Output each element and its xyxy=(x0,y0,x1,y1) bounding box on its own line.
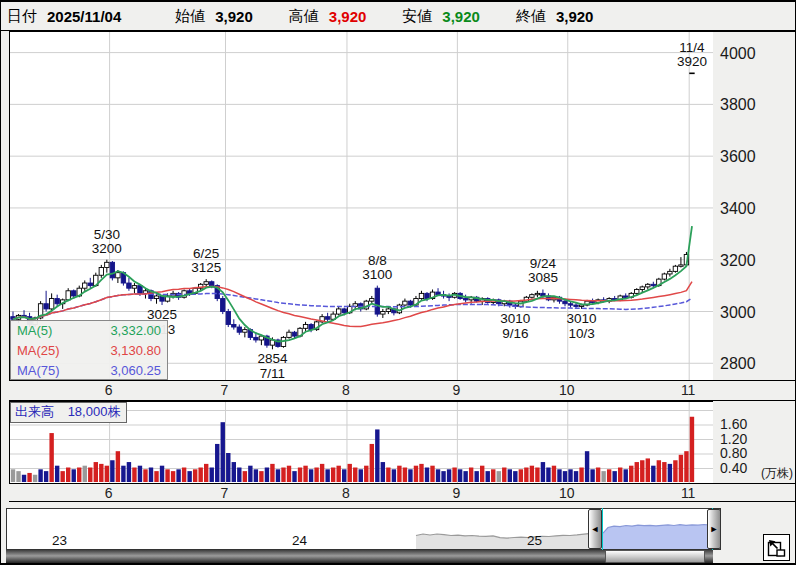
price-axis-tick: 3400 xyxy=(720,200,756,218)
ma75-legend-row: MA(75) 3,060.25 xyxy=(11,361,167,381)
scrollbar-track[interactable] xyxy=(6,550,713,563)
nav-right-handle[interactable]: ► xyxy=(707,509,721,549)
month-tick-label: 8 xyxy=(334,485,358,501)
ma5-label: MA(5) xyxy=(17,322,52,340)
price-axis-tick: 2800 xyxy=(720,355,756,373)
volume-label-box: 出来高 18,000株 xyxy=(10,402,127,423)
month-tick-label: 11 xyxy=(676,485,700,501)
chart-annotation: 3010 xyxy=(567,311,597,326)
ma-legend: MA(5) 3,332.00 MA(25) 3,130.80 MA(75) 3,… xyxy=(10,320,168,380)
volume-unit-label: (万株) xyxy=(761,465,793,482)
quote-header: 日付 2025/11/04 始値 3,920 高値 3,920 安値 3,920… xyxy=(1,2,796,31)
month-tick-label: 10 xyxy=(555,485,579,501)
close-value: 3,920 xyxy=(556,8,594,25)
scrollbar-thumb[interactable] xyxy=(605,550,705,563)
ma75-value: 3,060.25 xyxy=(110,362,161,380)
ma25-legend-row: MA(25) 3,130.80 xyxy=(11,341,167,361)
chart-annotation: 3125 xyxy=(191,260,221,275)
volume-label: 出来高 xyxy=(15,404,54,419)
timeline-navigator[interactable]: 23 24 25 xyxy=(6,508,721,550)
chart-annotation: 2854 xyxy=(257,351,288,366)
year-label-23: 23 xyxy=(52,533,67,548)
volume-value: 18,000株 xyxy=(68,404,121,419)
price-xaxis: 67891011 xyxy=(9,381,796,401)
volume-panel: 出来高 18,000株 xyxy=(9,401,714,484)
selection-start-line xyxy=(602,508,603,550)
expand-icon xyxy=(764,535,789,560)
chart-annotation: 9/24 xyxy=(530,256,557,271)
volume-xaxis: 67891011 xyxy=(9,484,796,502)
month-tick-label: 7 xyxy=(212,485,236,501)
volume-axis-tick: 0.40 xyxy=(720,460,747,476)
chart-annotation: 5/30 xyxy=(94,227,120,242)
price-axis: 2800300032003400360038004000 xyxy=(713,31,796,381)
price-axis-tick: 4000 xyxy=(720,45,756,63)
ma5-value: 3,332.00 xyxy=(110,322,161,340)
month-tick-label: 7 xyxy=(212,382,236,398)
chart-annotation: 3200 xyxy=(92,241,122,256)
ma75-label: MA(75) xyxy=(17,362,60,380)
open-label: 始値 xyxy=(175,7,205,26)
left-arrow-icon: ◄ xyxy=(591,524,600,534)
month-tick-label: 9 xyxy=(444,382,468,398)
low-value: 3,920 xyxy=(442,8,480,25)
price-axis-tick: 3200 xyxy=(720,252,756,270)
resize-button[interactable] xyxy=(763,534,790,561)
navigator-area-chart xyxy=(7,509,720,549)
chart-annotation: 11/4 xyxy=(679,40,705,55)
month-tick-label: 6 xyxy=(97,382,121,398)
right-arrow-icon: ► xyxy=(710,524,719,534)
chart-annotation: 9/16 xyxy=(502,326,528,341)
month-tick-label: 11 xyxy=(676,382,700,398)
high-label: 高値 xyxy=(289,7,319,26)
date-value: 2025/11/04 xyxy=(47,8,121,25)
low-label: 安値 xyxy=(402,7,432,26)
high-value: 3,920 xyxy=(329,8,367,25)
month-tick-label: 8 xyxy=(334,382,358,398)
stock-chart-widget: 日付 2025/11/04 始値 3,920 高値 3,920 安値 3,920… xyxy=(0,0,796,565)
ma25-label: MA(25) xyxy=(17,342,60,360)
ma25-value: 3,130.80 xyxy=(110,342,161,360)
ma5-legend-row: MA(5) 3,332.00 xyxy=(11,321,167,341)
month-tick-label: 10 xyxy=(555,382,579,398)
month-tick-label: 9 xyxy=(444,485,468,501)
year-label-25: 25 xyxy=(527,533,542,548)
chart-annotation: 3010 xyxy=(500,311,530,326)
month-tick-label: 6 xyxy=(97,485,121,501)
date-label: 日付 xyxy=(7,7,37,26)
chart-annotation: 3920 xyxy=(677,54,707,69)
chart-annotation: 7/11 xyxy=(260,366,285,380)
chart-annotation: 8/8 xyxy=(368,253,387,268)
volume-axis: (万株) 1.601.200.800.40 xyxy=(713,401,796,484)
chart-annotation: 3100 xyxy=(362,267,392,282)
close-label: 終値 xyxy=(516,7,546,26)
price-axis-tick: 3800 xyxy=(720,96,756,114)
nav-left-handle[interactable]: ◄ xyxy=(588,509,602,549)
chart-annotation: 6/25 xyxy=(193,246,219,261)
price-axis-tick: 3600 xyxy=(720,148,756,166)
price-chart-panel: 5/3032006/25312530256/1328547/118/831009… xyxy=(9,31,714,381)
chart-annotation: 10/3 xyxy=(568,326,594,341)
year-label-24: 24 xyxy=(292,533,307,548)
chart-annotation: 3085 xyxy=(528,270,558,285)
price-axis-tick: 3000 xyxy=(720,304,756,322)
open-value: 3,920 xyxy=(215,8,253,25)
